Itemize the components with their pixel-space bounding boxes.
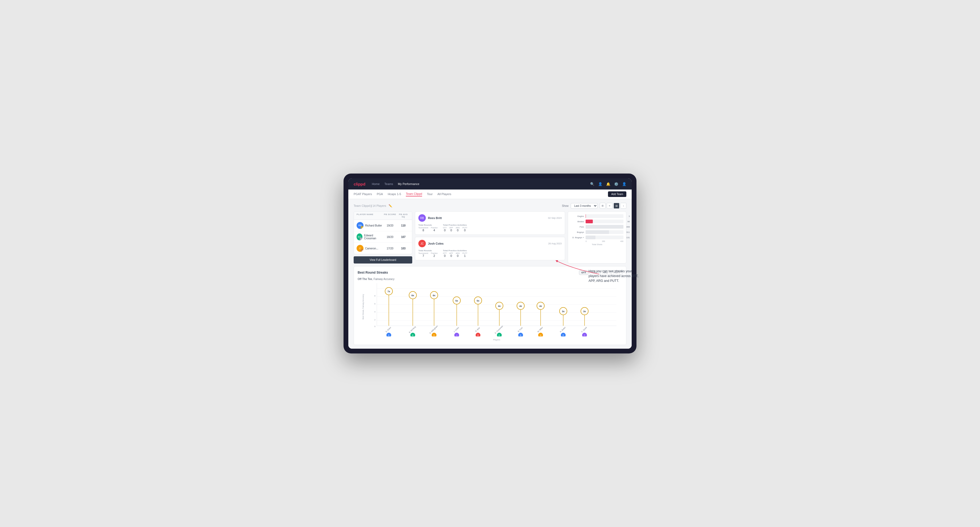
arg-label: ARG <box>456 252 460 254</box>
period-dropdown[interactable]: Last 3 months <box>571 203 598 209</box>
bar-container: 131 <box>585 236 624 239</box>
streaks-title: Best Round Streaks <box>358 271 388 275</box>
table-row[interactable]: EC 2 Edward Crossman 18/20 107 <box>354 231 412 243</box>
sub-nav-tour[interactable]: Tour <box>427 192 433 196</box>
svg-text:7x: 7x <box>387 290 390 293</box>
streaks-svg: 0 2 4 6 8 7x E. Ebert E <box>371 283 622 337</box>
table-row[interactable]: C 3 Cameron... 17/20 103 <box>354 243 412 254</box>
practice-label: Practice <box>431 252 438 254</box>
ott-value: 0 <box>444 254 445 257</box>
player-name: Richard Butler <box>365 224 382 227</box>
leaderboard-column: PLAYER NAME PB SCORE PB AVG SQ RB 1 <box>354 211 412 264</box>
bar-fill <box>585 225 624 229</box>
chart-x-axis: 0 200 400 <box>571 240 624 242</box>
bar-label: Birdies <box>571 221 584 223</box>
svg-text:C. Quick: C. Quick <box>581 326 587 333</box>
bar-value: 3 <box>629 215 630 217</box>
nav-links: Home Teams My Performance <box>372 182 590 186</box>
ott-stat: OTT 0 <box>443 227 447 232</box>
card-stats: Total Rounds Tournament 8 Practice <box>418 224 562 232</box>
grid-view-button[interactable]: ⊞ <box>600 203 606 209</box>
table-row[interactable]: RB 1 Richard Butler 19/20 110 <box>354 220 412 231</box>
sub-nav-pga[interactable]: PGA <box>377 192 383 196</box>
tournament-value: 7 <box>422 254 424 257</box>
app-label: APP <box>449 227 453 229</box>
sub-nav-hcaps[interactable]: Hcaps 1-5 <box>388 192 401 196</box>
ott-label: OTT <box>443 227 447 229</box>
leaderboard-table: PLAYER NAME PB SCORE PB AVG SQ RB 1 <box>354 211 412 254</box>
y-axis-label-container: Best Streak, Fairway Accuracy <box>358 283 368 330</box>
x-label: 400 <box>620 240 624 242</box>
x-label: 0 <box>585 240 587 242</box>
putt-value: 0 <box>464 229 466 232</box>
rounds-label: Total Rounds <box>418 224 438 226</box>
player-avg: 107 <box>397 236 409 238</box>
settings-icon[interactable]: ⚙️ <box>614 182 618 186</box>
logo: clippd <box>354 182 365 186</box>
user-icon[interactable]: 👤 <box>598 182 602 186</box>
player-cards-column: RB Rees Britt 02 Sep 2023 Total Rounds T… <box>415 211 565 264</box>
tournament-stat: Tournament 7 <box>418 252 428 257</box>
avatar: JC <box>418 240 426 247</box>
ott-value: 0 <box>444 229 445 232</box>
list-view-button[interactable]: ≡ <box>607 203 612 209</box>
avatar: RB 1 <box>356 222 363 229</box>
annotation-arrow <box>557 253 610 285</box>
svg-text:6x: 6x <box>412 294 414 297</box>
bar-container: 499 <box>585 225 624 229</box>
svg-text:6x: 6x <box>433 294 435 297</box>
app-value: 0 <box>450 229 452 232</box>
x-axis-label: Players <box>371 338 622 341</box>
avatar-icon[interactable]: 👤 <box>622 182 626 186</box>
streaks-chart-area: Best Streak, Fairway Accuracy <box>358 283 622 341</box>
activities-label: Total Practice Activities <box>443 249 467 252</box>
view-full-leaderboard-button[interactable]: View Full Leaderboard <box>354 256 412 264</box>
player-name: Edward Crossman <box>364 234 383 240</box>
svg-text:5x: 5x <box>455 300 458 302</box>
svg-text:4x: 4x <box>498 305 501 307</box>
avatar: RB <box>418 214 426 222</box>
nav-bar: clippd Home Teams My Performance 🔍 👤 🔔 ⚙… <box>348 178 632 189</box>
rounds-row: Tournament 7 Practice 2 <box>418 252 438 257</box>
app-stat: APP 0 <box>449 227 453 232</box>
bar-row-eagles: Eagles 3 <box>571 214 624 218</box>
sub-nav-team-clippd[interactable]: Team Clippd <box>406 192 422 197</box>
sub-nav-pgat[interactable]: PGAT Players <box>354 192 372 196</box>
svg-text:R. Britt: R. Britt <box>475 327 480 332</box>
add-team-button[interactable]: Add Team <box>608 191 626 197</box>
svg-text:R: R <box>562 334 564 336</box>
rounds-stat-group: Total Rounds Tournament 8 Practice <box>418 224 438 232</box>
sub-nav-all-players[interactable]: All Players <box>438 192 451 196</box>
card-date: 26 Aug 2023 <box>548 242 562 245</box>
svg-text:8: 8 <box>374 295 376 297</box>
practice-stat: Practice 4 <box>431 227 438 232</box>
svg-text:2: 2 <box>374 319 376 321</box>
practice-value: 2 <box>434 254 435 257</box>
table-view-button[interactable]: ▤ <box>614 203 619 209</box>
card-date: 02 Sep 2023 <box>548 217 562 219</box>
nav-my-performance[interactable]: My Performance <box>398 182 419 186</box>
svg-text:E. Crossman: E. Crossman <box>494 325 503 334</box>
rank-badge: 1 <box>361 226 363 229</box>
svg-text:R. Butler: R. Butler <box>560 326 566 333</box>
nav-teams[interactable]: Teams <box>385 182 393 186</box>
svg-text:E. Ebert: E. Ebert <box>385 327 391 333</box>
bar-fill <box>585 220 593 223</box>
svg-text:R: R <box>477 334 479 336</box>
content-header: Team Clippd | 14 Players ✏️ Show Last 3 … <box>354 203 626 209</box>
player-card: RB Rees Britt 02 Sep 2023 Total Rounds T… <box>415 211 565 235</box>
rounds-label: Total Rounds <box>418 249 438 252</box>
card-header: JC Josh Coles 26 Aug 2023 <box>418 240 562 247</box>
practice-value: 4 <box>434 229 435 232</box>
arg-stat: ARG 0 <box>456 252 460 257</box>
practice-stat: Practice 2 <box>431 252 438 257</box>
bar-container: 96 <box>585 220 624 223</box>
player-info: C 3 Cameron... <box>356 245 383 252</box>
bell-icon[interactable]: 🔔 <box>606 182 610 186</box>
chart-view-button[interactable]: ↕ <box>620 203 626 209</box>
nav-home[interactable]: Home <box>372 182 379 186</box>
bar-container: 3 <box>585 214 624 218</box>
search-icon[interactable]: 🔍 <box>590 182 594 186</box>
card-header: RB Rees Britt 02 Sep 2023 <box>418 214 562 222</box>
player-info: EC 2 Edward Crossman <box>356 233 383 240</box>
